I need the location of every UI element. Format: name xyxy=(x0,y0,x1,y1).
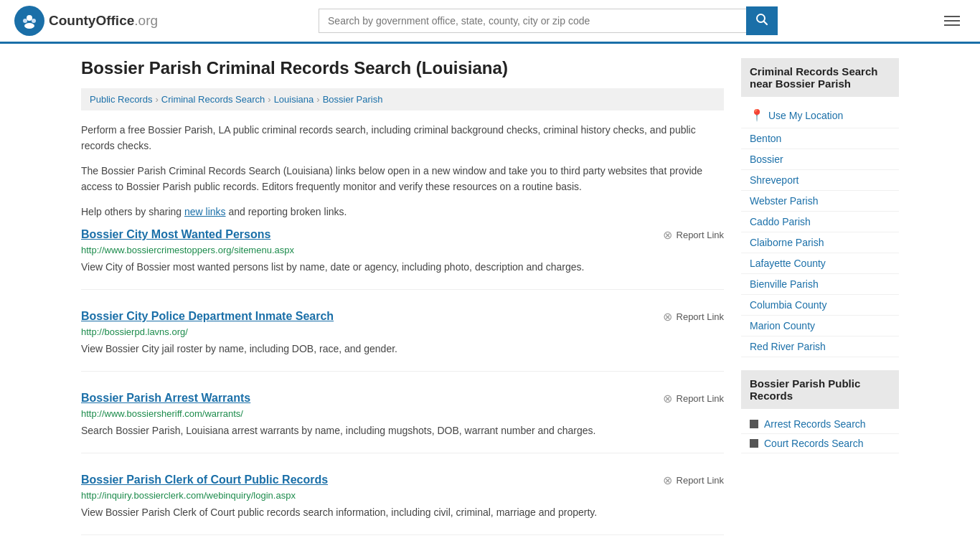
link-card-title-0[interactable]: Bossier City Most Wanted Persons xyxy=(81,228,270,241)
header: CountyOffice.org xyxy=(0,0,980,44)
link-desc-2: Search Bossier Parish, Louisiana arrest … xyxy=(81,423,724,438)
breadcrumb-sep-1: › xyxy=(155,94,158,105)
sidebar-nearby-link-1[interactable]: Bossier xyxy=(741,149,899,170)
menu-button[interactable] xyxy=(938,10,966,32)
report-icon-1: ⊗ xyxy=(663,310,672,324)
sidebar-public-records-label-1: Court Records Search xyxy=(764,438,864,449)
court-icon xyxy=(750,439,758,448)
search-button[interactable] xyxy=(746,6,778,35)
report-link-button-3[interactable]: ⊗ Report Link xyxy=(663,474,724,487)
sidebar-section2-title: Bossier Parish Public Records xyxy=(741,370,899,409)
breadcrumb-criminal-records[interactable]: Criminal Records Search xyxy=(161,94,265,105)
svg-point-3 xyxy=(23,19,27,23)
link-url-3[interactable]: http://inquiry.bossierclerk.com/webinqui… xyxy=(81,490,724,501)
link-card-header: Bossier Parish Arrest Warrants ⊗ Report … xyxy=(81,392,724,405)
sidebar-public-records-link-0[interactable]: Arrest Records Search xyxy=(741,415,899,434)
sidebar-nearby-link-2[interactable]: Shreveport xyxy=(741,170,899,191)
link-card: Bossier Parish Arrest Warrants ⊗ Report … xyxy=(81,392,724,453)
sidebar-nearby-link-3[interactable]: Webster Parish xyxy=(741,191,899,212)
main-container: Bossier Parish Criminal Records Search (… xyxy=(67,44,913,551)
link-cards: Bossier City Most Wanted Persons ⊗ Repor… xyxy=(81,228,724,535)
report-icon-0: ⊗ xyxy=(663,228,672,242)
link-url-0[interactable]: http://www.bossiercrimestoppers.org/site… xyxy=(81,245,724,255)
sidebar-public-records-label-0: Arrest Records Search xyxy=(764,418,866,430)
sidebar-nearby-link-4[interactable]: Caddo Parish xyxy=(741,212,899,232)
breadcrumb-sep-2: › xyxy=(268,94,270,105)
sidebar-nearby-link-5[interactable]: Claiborne Parish xyxy=(741,232,899,253)
link-card-header: Bossier City Police Department Inmate Se… xyxy=(81,310,724,324)
link-card: Bossier Parish Clerk of Court Public Rec… xyxy=(81,474,724,535)
search-area xyxy=(319,6,778,35)
search-input[interactable] xyxy=(319,9,746,33)
report-link-button-2[interactable]: ⊗ Report Link xyxy=(663,392,724,405)
sidebar-nearby-link-10[interactable]: Red River Parish xyxy=(741,336,899,357)
breadcrumb-sep-3: › xyxy=(316,94,319,105)
description-para3: Help others by sharing new links and rep… xyxy=(81,204,724,220)
description-para2: The Bossier Parish Criminal Records Sear… xyxy=(81,163,724,195)
sidebar-public-records-links: Arrest Records SearchCourt Records Searc… xyxy=(741,415,899,453)
sidebar-nearby-link-8[interactable]: Columbia County xyxy=(741,295,899,316)
breadcrumb-bossier-parish[interactable]: Bossier Parish xyxy=(323,94,383,105)
location-icon: 📍 xyxy=(750,108,764,122)
report-link-label-3: Report Link xyxy=(677,475,724,486)
page-title: Bossier Parish Criminal Records Search (… xyxy=(81,58,724,78)
report-link-label-0: Report Link xyxy=(677,230,724,240)
sidebar-nearby-links: BentonBossierShreveportWebster ParishCad… xyxy=(741,128,899,357)
sidebar: Criminal Records Search near Bossier Par… xyxy=(741,58,899,551)
content: Bossier Parish Criminal Records Search (… xyxy=(81,58,724,551)
breadcrumb: Public Records › Criminal Records Search… xyxy=(81,88,724,110)
link-desc-0: View City of Bossier most wanted persons… xyxy=(81,260,724,275)
new-links-link[interactable]: new links xyxy=(184,206,226,217)
link-card: Bossier City Most Wanted Persons ⊗ Repor… xyxy=(81,228,724,290)
link-url-2[interactable]: http://www.bossiersheriff.com/warrants/ xyxy=(81,408,724,419)
sidebar-nearby-link-7[interactable]: Bienville Parish xyxy=(741,274,899,295)
sidebar-nearby-link-0[interactable]: Benton xyxy=(741,128,899,149)
svg-point-2 xyxy=(24,23,34,29)
link-card-header: Bossier Parish Clerk of Court Public Rec… xyxy=(81,474,724,487)
report-link-label-2: Report Link xyxy=(677,393,724,404)
sidebar-public-records-link-1[interactable]: Court Records Search xyxy=(741,434,899,453)
logo-area: CountyOffice.org xyxy=(14,6,158,36)
svg-line-6 xyxy=(764,22,768,25)
svg-point-1 xyxy=(27,15,32,21)
report-icon-3: ⊗ xyxy=(663,474,672,487)
use-my-location-label: Use My Location xyxy=(768,110,843,121)
sidebar-section1-title: Criminal Records Search near Bossier Par… xyxy=(741,58,899,97)
sidebar-section2: Bossier Parish Public Records Arrest Rec… xyxy=(741,370,899,453)
logo-icon xyxy=(14,6,44,36)
arrest-icon xyxy=(750,420,758,428)
description-para1: Perform a free Bossier Parish, LA public… xyxy=(81,122,724,154)
logo-text: CountyOffice.org xyxy=(49,13,158,29)
report-link-label-1: Report Link xyxy=(677,311,724,322)
link-card-header: Bossier City Most Wanted Persons ⊗ Repor… xyxy=(81,228,724,242)
link-url-1[interactable]: http://bossierpd.lavns.org/ xyxy=(81,326,724,337)
link-desc-3: View Bossier Parish Clerk of Court publi… xyxy=(81,505,724,520)
report-link-button-0[interactable]: ⊗ Report Link xyxy=(663,228,724,242)
breadcrumb-louisiana[interactable]: Louisiana xyxy=(274,94,314,105)
link-card-title-2[interactable]: Bossier Parish Arrest Warrants xyxy=(81,392,250,405)
breadcrumb-public-records[interactable]: Public Records xyxy=(90,94,152,105)
link-card: Bossier City Police Department Inmate Se… xyxy=(81,310,724,372)
report-icon-2: ⊗ xyxy=(663,392,672,405)
use-my-location[interactable]: 📍 Use My Location xyxy=(741,103,899,128)
report-link-button-1[interactable]: ⊗ Report Link xyxy=(663,310,724,324)
sidebar-nearby-link-6[interactable]: Lafayette County xyxy=(741,253,899,274)
link-desc-1: View Bossier City jail roster by name, i… xyxy=(81,342,724,357)
link-card-title-1[interactable]: Bossier City Police Department Inmate Se… xyxy=(81,310,334,323)
sidebar-nearby-link-9[interactable]: Marion County xyxy=(741,316,899,336)
svg-point-4 xyxy=(32,19,36,23)
link-card-title-3[interactable]: Bossier Parish Clerk of Court Public Rec… xyxy=(81,474,328,486)
